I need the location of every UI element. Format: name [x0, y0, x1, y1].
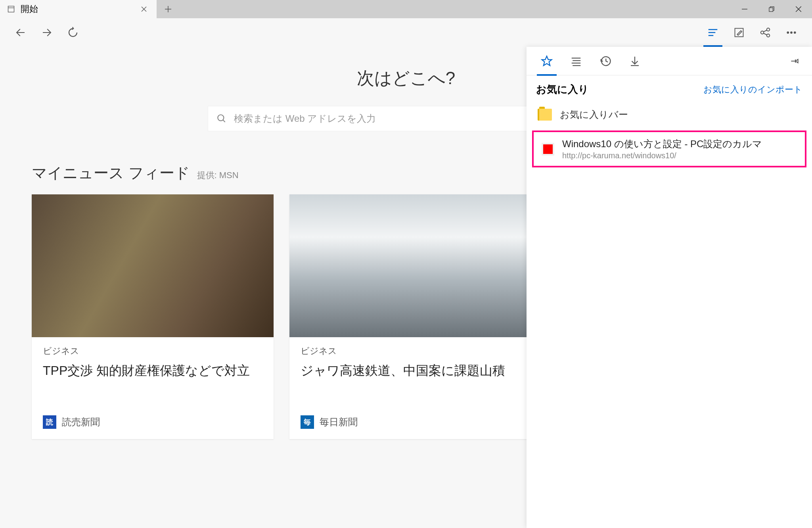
svg-point-23: [794, 32, 796, 34]
favorite-title: Windows10 の使い方と設定 - PC設定のカルマ: [562, 138, 762, 150]
minimize-button[interactable]: [731, 0, 758, 18]
news-feed-title: マイニュース フィード: [32, 163, 190, 183]
svg-point-22: [791, 32, 793, 34]
news-headline: ジャワ高速鉄道、中国案に課題山積: [301, 362, 520, 380]
svg-point-18: [767, 34, 770, 37]
more-button[interactable]: [779, 21, 804, 44]
svg-point-24: [218, 115, 224, 121]
news-feed-provider: 提供: MSN: [197, 169, 239, 181]
svg-line-19: [764, 30, 767, 32]
search-placeholder: 検索または Web アドレスを入力: [234, 112, 376, 125]
forward-button[interactable]: [34, 21, 59, 44]
close-tab-button[interactable]: [138, 6, 149, 12]
folder-icon: [538, 109, 552, 121]
favorites-bar-folder[interactable]: お気に入りバー: [530, 102, 809, 127]
close-window-button[interactable]: [785, 0, 812, 18]
source-badge: 毎: [301, 415, 314, 429]
window-controls: [731, 0, 812, 18]
svg-point-16: [761, 31, 764, 34]
svg-point-21: [787, 32, 789, 34]
back-button[interactable]: [8, 21, 33, 44]
news-card[interactable]: ビジネス TPP交渉 知的財産権保護などで対立 読 読売新聞: [32, 194, 274, 439]
news-source: 毎日新聞: [320, 416, 358, 428]
hub-button[interactable]: [700, 21, 726, 44]
new-tab-button[interactable]: [157, 0, 180, 18]
folder-label: お気に入りバー: [560, 108, 628, 121]
svg-line-20: [764, 33, 767, 35]
tab-title: 開始: [21, 3, 38, 15]
favorite-url: http://pc-karuma.net/windows10/: [562, 151, 762, 160]
page-icon: [7, 5, 15, 13]
favorite-entry-highlighted[interactable]: Windows10 の使い方と設定 - PC設定のカルマ http://pc-k…: [532, 131, 806, 167]
hub-tabs: [527, 47, 812, 75]
news-category: ビジネス: [301, 345, 520, 357]
svg-marker-26: [542, 56, 552, 65]
svg-point-17: [767, 28, 770, 31]
news-headline: TPP交渉 知的財産権保護などで対立: [43, 362, 262, 380]
hub-panel: お気に入り お気に入りのインポート お気に入りバー Windows10 の使い方…: [527, 47, 812, 528]
import-favorites-link[interactable]: お気に入りのインポート: [703, 84, 802, 96]
refresh-button[interactable]: [60, 21, 86, 44]
maximize-button[interactable]: [758, 0, 785, 18]
source-badge: 読: [43, 415, 56, 429]
favorites-tab[interactable]: [532, 49, 561, 73]
search-icon: [216, 113, 227, 124]
share-button[interactable]: [753, 21, 778, 44]
news-card[interactable]: ビジネス ジャワ高速鉄道、中国案に課題山積 毎 毎日新聞: [289, 194, 531, 439]
news-thumbnail: [32, 194, 274, 337]
news-category: ビジネス: [43, 345, 262, 357]
svg-rect-7: [769, 8, 773, 12]
web-note-button[interactable]: [726, 21, 752, 44]
news-thumbnail: [289, 194, 531, 337]
favicon-icon: [542, 143, 554, 156]
browser-toolbar: [0, 18, 812, 47]
history-tab[interactable]: [591, 49, 620, 73]
reading-list-tab[interactable]: [561, 49, 591, 73]
svg-rect-0: [8, 6, 14, 12]
window-titlebar: 開始: [0, 0, 812, 18]
browser-tab[interactable]: 開始: [0, 0, 157, 18]
pin-hub-button[interactable]: [783, 56, 806, 66]
svg-line-25: [223, 120, 225, 122]
news-source: 読売新聞: [62, 416, 100, 428]
hub-panel-title: お気に入り: [536, 83, 589, 96]
downloads-tab[interactable]: [620, 49, 649, 73]
